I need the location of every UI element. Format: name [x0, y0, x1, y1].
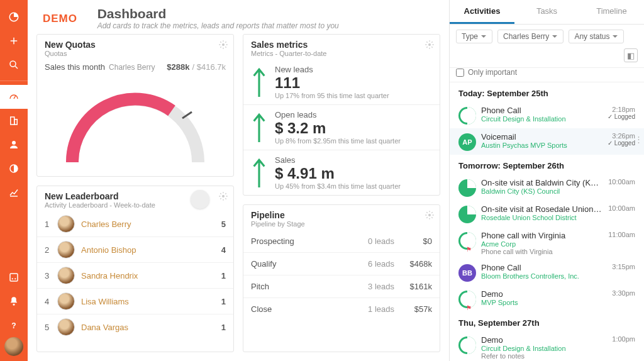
gear-icon[interactable] — [218, 191, 228, 203]
quota-value: $288k — [167, 62, 189, 72]
pipeline-stage: Qualify — [251, 259, 357, 269]
leaderboard-rank: 1 — [45, 219, 51, 229]
leaderboard-row[interactable]: 1 Charles Berry 5 — [37, 211, 233, 236]
activity-time: 2:18pm — [608, 106, 635, 113]
only-important-checkbox[interactable] — [456, 69, 464, 77]
svg-point-14 — [428, 43, 431, 46]
activity-title: On-site visit at Baldwin City (KS) ... — [481, 178, 603, 187]
activity-title: Phone Call — [481, 263, 607, 272]
leaderboard-score: 1 — [221, 323, 226, 332]
tab-timeline[interactable]: Timeline — [579, 0, 644, 24]
nav-contrast-icon[interactable] — [0, 157, 28, 181]
filter-who[interactable]: Charles Berry — [497, 30, 564, 43]
tab-tasks[interactable]: Tasks — [514, 0, 579, 24]
activity-day-header: Today: September 25th — [450, 82, 644, 102]
svg-rect-2 — [11, 117, 14, 125]
activity-type-icon: AP — [458, 133, 476, 151]
leaderboard-rank: 4 — [45, 297, 51, 306]
svg-point-13 — [222, 195, 225, 197]
quotas-card: New Quotas Quotas Sales this monthCharle… — [36, 34, 234, 177]
pipeline-value: $57k — [394, 304, 432, 314]
activity-type-icon: BB — [458, 264, 476, 282]
pipeline-row[interactable]: Prospecting 0 leads $0 — [243, 230, 440, 252]
gear-icon[interactable] — [425, 40, 435, 52]
svg-rect-3 — [14, 119, 18, 125]
user-avatar[interactable] — [4, 337, 23, 356]
gear-icon[interactable] — [425, 210, 435, 222]
metric-row: New leads 111 Up 17% from 95 this time l… — [243, 60, 440, 104]
activity-row[interactable]: BB Phone Call Bloom Brothers Controllers… — [450, 259, 644, 286]
pipeline-value: $468k — [394, 259, 432, 269]
activity-time: 3:15pm — [612, 263, 635, 270]
leaderboard-row[interactable]: 3 Sandra Hendrix 1 — [37, 262, 233, 288]
svg-point-15 — [428, 214, 431, 216]
pipeline-row[interactable]: Qualify 6 leads $468k — [243, 252, 440, 275]
metrics-title: Sales metrics — [251, 40, 432, 50]
flag-icon: ⚑ — [466, 246, 472, 253]
tab-activities[interactable]: Activities — [450, 0, 514, 24]
activity-row[interactable]: AP Voicemail Austin Psychas MVP Sports 3… — [450, 128, 644, 155]
activity-row[interactable]: ⚑ Phone call with Virginia Acme Corp Pho… — [450, 227, 644, 259]
activity-row[interactable]: On-site visit at Rosedale Union S... Ros… — [450, 201, 644, 227]
leaderboard-row[interactable]: 2 Antonio Bishop 4 — [37, 236, 233, 262]
nav-search-icon[interactable] — [0, 53, 28, 77]
leaderboard-card: New Leaderboard Activity Leaderboard - W… — [36, 186, 234, 352]
activity-subtitle: Rosedale Union School District — [481, 214, 603, 221]
activity-title: On-site visit at Rosedale Union S... — [481, 204, 603, 214]
nav-dash-icon[interactable] — [0, 265, 28, 289]
nav-help-icon[interactable]: ? — [0, 313, 28, 337]
page-subtitle: Add cards to track the metrics, leads an… — [97, 21, 339, 30]
activity-type-icon — [458, 179, 476, 197]
leaderboard-row[interactable]: 4 Lisa Williams 1 — [37, 288, 233, 314]
quotas-title: New Quotas — [45, 40, 226, 50]
avatar — [57, 267, 75, 284]
metric-label: New leads — [275, 65, 389, 74]
pipeline-stage: Prospecting — [251, 236, 357, 246]
leaderboard-row[interactable]: 5 Dana Vargas 1 — [37, 314, 233, 340]
nav-bell-icon[interactable] — [0, 289, 28, 313]
activity-subtitle: Acme Corp — [481, 240, 603, 248]
nav-add-icon[interactable] — [0, 29, 28, 53]
nav-chart-icon[interactable] — [0, 181, 28, 204]
activity-row[interactable]: On-site visit at Baldwin City (KS) ... B… — [450, 174, 644, 201]
pipeline-stage: Pitch — [251, 282, 357, 291]
filter-type[interactable]: Type — [456, 30, 492, 43]
nav-building-icon[interactable] — [0, 109, 28, 133]
gear-icon[interactable] — [218, 40, 228, 52]
nav-speed-icon[interactable] — [0, 85, 28, 109]
activity-row[interactable]: Demo Circuit Design & Installation Refer… — [450, 331, 644, 361]
nav-home-icon[interactable] — [0, 5, 28, 29]
flag-icon: ⚑ — [466, 304, 472, 311]
metric-label: Open leads — [275, 110, 401, 119]
activity-time: 10:00am — [608, 178, 635, 186]
leaderboard-score: 5 — [221, 219, 226, 229]
activity-subtitle: Austin Psychas MVP Sports — [481, 142, 602, 149]
leaderboard-name: Antonio Bishop — [81, 245, 215, 255]
nav-user-icon[interactable] — [0, 133, 28, 157]
page-title: Dashboard — [97, 6, 339, 21]
leaderboard-score: 4 — [221, 245, 226, 255]
activity-row[interactable]: Phone Call Circuit Design & Installation… — [450, 102, 644, 128]
quota-target: $416.7k — [197, 62, 226, 72]
avatar — [57, 241, 75, 258]
pipeline-row[interactable]: Pitch 3 leads $161k — [243, 275, 440, 297]
activity-row[interactable]: ⚑ Demo MVP Sports 3:30pm — [450, 286, 644, 312]
pipeline-row[interactable]: Close 1 leads $57k — [243, 297, 440, 320]
kebab-icon[interactable]: ⋮ — [635, 135, 643, 144]
metrics-card: Sales metrics Metrics - Quarter-to-date … — [243, 34, 440, 196]
pipeline-stage: Close — [251, 304, 357, 314]
activity-day-header: Tomorrow: September 26th — [450, 155, 644, 174]
quota-line-who: Charles Berry — [109, 63, 155, 72]
leaderboard-score: 1 — [221, 297, 226, 306]
activity-subtitle: Circuit Design & Installation — [481, 115, 602, 123]
pipeline-title: Pipeline — [251, 210, 432, 220]
metric-label: Sales — [275, 155, 401, 165]
quota-line-label: Sales this month — [45, 62, 105, 72]
filter-status[interactable]: Any status — [569, 30, 624, 43]
pipeline-leads: 1 leads — [357, 304, 394, 314]
arrow-up-icon — [251, 112, 267, 143]
calendar-icon[interactable]: ◧ — [624, 48, 638, 62]
activity-time: 11:00am — [608, 231, 635, 238]
activity-subtitle: Baldwin City (KS) Council — [481, 187, 603, 195]
activity-time: 3:30pm — [612, 289, 635, 297]
